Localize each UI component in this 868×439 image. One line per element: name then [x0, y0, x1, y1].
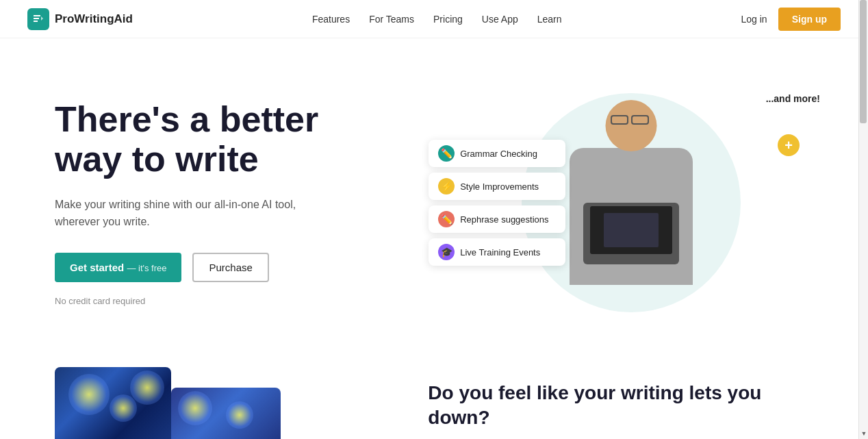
style-label: Style Improvements [460, 181, 539, 192]
page-scrollbar[interactable]: ▲ ▼ [858, 0, 868, 439]
hero-right: ✏️ Grammar Checking ⚡ Style Improvements… [449, 79, 813, 326]
rephrase-label: Rephrase suggestions [460, 214, 548, 225]
nav-use-app[interactable]: Use App [482, 14, 518, 25]
hero-left: There's a better way to write Make your … [55, 99, 411, 306]
training-icon: 🎓 [438, 244, 455, 260]
rephrase-icon: ✏️ [438, 211, 455, 227]
hero-title: There's a better way to write [55, 99, 411, 179]
swirl-3 [130, 371, 164, 405]
nav-features[interactable]: Features [312, 14, 350, 25]
nav-learn[interactable]: Learn [537, 14, 562, 25]
grammar-icon: ✏️ [438, 145, 455, 162]
painting-card-overlay [171, 388, 281, 439]
swirl-1 [68, 374, 110, 415]
person-laptop [583, 203, 679, 264]
free-tag: — it's free [127, 263, 166, 273]
hero-person-area [549, 93, 713, 312]
get-started-button[interactable]: Get started — it's free [55, 253, 181, 282]
swirl-overlay-2 [226, 401, 253, 429]
brand-name: ProWritingAid [55, 12, 133, 26]
person-glasses [611, 115, 652, 125]
feature-card-rephrase: ✏️ Rephrase suggestions [429, 205, 565, 233]
grammar-label: Grammar Checking [460, 149, 537, 159]
brand-logo[interactable]: ProWritingAid [27, 8, 133, 30]
logo-svg [31, 12, 45, 26]
and-more-label: ...and more! [766, 93, 820, 104]
feature-card-grammar: ✏️ Grammar Checking [429, 140, 565, 167]
painting-card-main [55, 367, 171, 439]
writing-down-section: Do you feel like your writing lets you d… [428, 367, 813, 439]
nav-links: Features For Teams Pricing Use App Learn [312, 14, 562, 25]
scrollbar-thumb[interactable] [860, 0, 867, 123]
login-button[interactable]: Log in [741, 14, 767, 25]
painting-area: My idea in my head [55, 367, 373, 439]
purchase-button[interactable]: Purchase [192, 253, 268, 282]
hero-section: There's a better way to write Make your … [0, 38, 868, 353]
feature-cards: ✏️ Grammar Checking ⚡ Style Improvements… [429, 140, 565, 266]
swirl-overlay-1 [178, 391, 212, 425]
nav-pricing[interactable]: Pricing [433, 14, 463, 25]
plus-badge: + [778, 134, 800, 156]
feature-card-style: ⚡ Style Improvements [429, 173, 565, 200]
lower-section: My idea in my head Do you feel like your… [0, 353, 868, 439]
writing-down-title: Do you feel like your writing lets you d… [428, 381, 813, 431]
nav-for-teams[interactable]: For Teams [369, 14, 414, 25]
style-icon: ⚡ [438, 178, 455, 195]
signup-button[interactable]: Sign up [778, 8, 841, 31]
navbar: ProWritingAid Features For Teams Pricing… [0, 0, 868, 38]
hero-subtitle: Make your writing shine with our all-in-… [55, 196, 329, 231]
nav-actions: Log in Sign up [741, 8, 841, 31]
hero-buttons: Get started — it's free Purchase [55, 253, 411, 282]
feature-card-training: 🎓 Live Training Events [429, 238, 565, 266]
person-head [606, 100, 657, 151]
no-credit-text: No credit card required [55, 296, 411, 306]
training-label: Live Training Events [460, 247, 540, 258]
scrollbar-arrow-down[interactable]: ▼ [859, 428, 868, 439]
logo-icon [27, 8, 49, 30]
swirl-2 [110, 394, 137, 422]
